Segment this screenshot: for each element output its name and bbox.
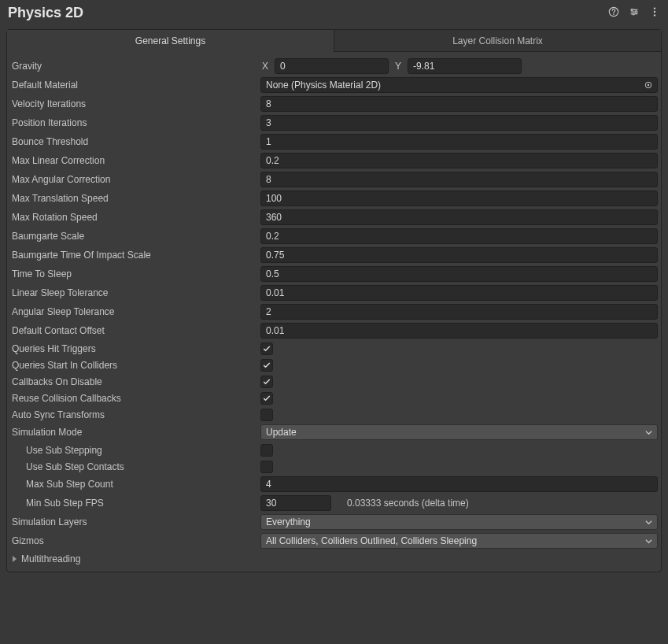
label-default-contact-offset: Default Contact Offset <box>10 325 260 336</box>
input-min-sub-step-fps[interactable] <box>260 495 331 511</box>
label-gravity-x: X <box>260 61 270 72</box>
label-queries-start-in-colliders: Queries Start In Colliders <box>10 360 260 371</box>
row-default-material: Default Material None (Physics Material … <box>10 76 658 94</box>
tab-layer-collision-matrix[interactable]: Layer Collision Matrix <box>334 30 661 52</box>
label-auto-sync-transforms: Auto Sync Transforms <box>10 409 260 420</box>
input-velocity-iterations[interactable] <box>260 96 658 112</box>
input-baumgarte-toi[interactable] <box>260 247 658 263</box>
checkbox-queries-start-in-colliders[interactable] <box>260 359 273 372</box>
label-use-sub-stepping: Use Sub Stepping <box>10 445 260 456</box>
chevron-down-icon <box>645 519 652 526</box>
label-max-rotation-speed: Max Rotation Speed <box>10 212 260 223</box>
settings-panel: General Settings Layer Collision Matrix … <box>6 29 662 572</box>
triangle-right-icon <box>10 555 18 563</box>
input-bounce-threshold[interactable] <box>260 134 658 150</box>
chevron-down-icon <box>645 538 652 545</box>
dropdown-gizmos[interactable]: All Colliders, Colliders Outlined, Colli… <box>260 533 658 549</box>
label-default-material: Default Material <box>10 80 260 91</box>
tab-general-settings[interactable]: General Settings <box>7 30 334 52</box>
input-time-to-sleep[interactable] <box>260 266 658 282</box>
checkbox-use-sub-stepping[interactable] <box>260 444 273 457</box>
label-angular-sleep-tolerance: Angular Sleep Tolerance <box>10 306 260 317</box>
row-gravity: Gravity X Y <box>10 57 658 76</box>
checkbox-auto-sync-transforms[interactable] <box>260 409 273 421</box>
foldout-multithreading[interactable]: Multithreading <box>10 550 658 567</box>
label-min-sub-step-fps: Min Sub Step FPS <box>10 498 260 509</box>
page-title: Physics 2D <box>8 5 83 21</box>
label-reuse-collision-callbacks: Reuse Collision Callbacks <box>10 393 260 404</box>
checkbox-reuse-collision-callbacks[interactable] <box>260 392 273 405</box>
label-gizmos: Gizmos <box>10 535 260 546</box>
label-queries-hit-triggers: Queries Hit Triggers <box>10 343 260 354</box>
label-use-sub-step-contacts: Use Sub Step Contacts <box>10 461 260 472</box>
svg-point-4 <box>633 13 634 14</box>
checkbox-use-sub-step-contacts[interactable] <box>260 461 273 473</box>
help-icon[interactable] <box>608 6 619 20</box>
input-linear-sleep-tolerance[interactable] <box>260 285 658 301</box>
label-max-sub-step-count: Max Sub Step Count <box>10 479 260 490</box>
checkbox-queries-hit-triggers[interactable] <box>260 342 273 355</box>
input-max-angular-correction[interactable] <box>260 172 658 187</box>
dropdown-value: Update <box>266 427 297 438</box>
label-bounce-threshold: Bounce Threshold <box>10 136 260 147</box>
input-max-linear-correction[interactable] <box>260 153 658 168</box>
label-velocity-iterations: Velocity Iterations <box>10 98 260 109</box>
dropdown-simulation-mode[interactable]: Update <box>260 424 658 440</box>
input-angular-sleep-tolerance[interactable] <box>260 304 658 320</box>
input-baumgarte-scale[interactable] <box>260 228 658 244</box>
svg-point-5 <box>654 7 655 9</box>
hint-min-sub-step-fps: 0.03333 seconds (delta time) <box>336 498 469 509</box>
dropdown-value: Everything <box>266 516 311 527</box>
label-baumgarte-scale: Baumgarte Scale <box>10 231 260 242</box>
input-max-rotation-speed[interactable] <box>260 209 658 225</box>
titlebar: Physics 2D <box>0 0 668 29</box>
title-icons <box>608 6 660 20</box>
svg-point-3 <box>635 11 637 13</box>
svg-point-1 <box>613 13 614 15</box>
dropdown-value: All Colliders, Colliders Outlined, Colli… <box>266 535 477 546</box>
input-default-contact-offset[interactable] <box>260 323 658 339</box>
checkbox-callbacks-on-disable[interactable] <box>260 376 273 388</box>
label-simulation-layers: Simulation Layers <box>10 516 260 527</box>
settings-body: Gravity X Y Default Material None (Physi… <box>7 52 661 572</box>
object-field-value: None (Physics Material 2D) <box>266 80 381 91</box>
input-max-sub-step-count[interactable] <box>260 476 658 492</box>
kebab-menu-icon[interactable] <box>649 6 660 20</box>
label-baumgarte-toi: Baumgarte Time Of Impact Scale <box>10 250 260 261</box>
label-gravity-y: Y <box>393 61 403 72</box>
svg-point-2 <box>631 9 633 10</box>
svg-point-7 <box>654 14 655 16</box>
object-picker-icon[interactable] <box>643 80 654 91</box>
label-max-angular-correction: Max Angular Correction <box>10 174 260 185</box>
label-callbacks-on-disable: Callbacks On Disable <box>10 376 260 387</box>
label-time-to-sleep: Time To Sleep <box>10 268 260 279</box>
tabs: General Settings Layer Collision Matrix <box>7 30 661 52</box>
chevron-down-icon <box>645 429 652 436</box>
presets-icon[interactable] <box>629 6 640 20</box>
input-gravity-y[interactable] <box>408 58 522 74</box>
svg-point-6 <box>654 11 655 13</box>
input-max-translation-speed[interactable] <box>260 191 658 206</box>
object-field-default-material[interactable]: None (Physics Material 2D) <box>260 77 658 93</box>
dropdown-simulation-layers[interactable]: Everything <box>260 514 658 530</box>
foldout-label: Multithreading <box>21 553 80 564</box>
input-position-iterations[interactable] <box>260 115 658 131</box>
label-max-linear-correction: Max Linear Correction <box>10 155 260 166</box>
svg-point-9 <box>648 84 649 86</box>
label-simulation-mode: Simulation Mode <box>10 427 260 438</box>
label-max-translation-speed: Max Translation Speed <box>10 193 260 204</box>
label-position-iterations: Position Iterations <box>10 117 260 128</box>
input-gravity-x[interactable] <box>275 58 389 74</box>
label-linear-sleep-tolerance: Linear Sleep Tolerance <box>10 287 260 298</box>
label-gravity: Gravity <box>10 61 260 72</box>
